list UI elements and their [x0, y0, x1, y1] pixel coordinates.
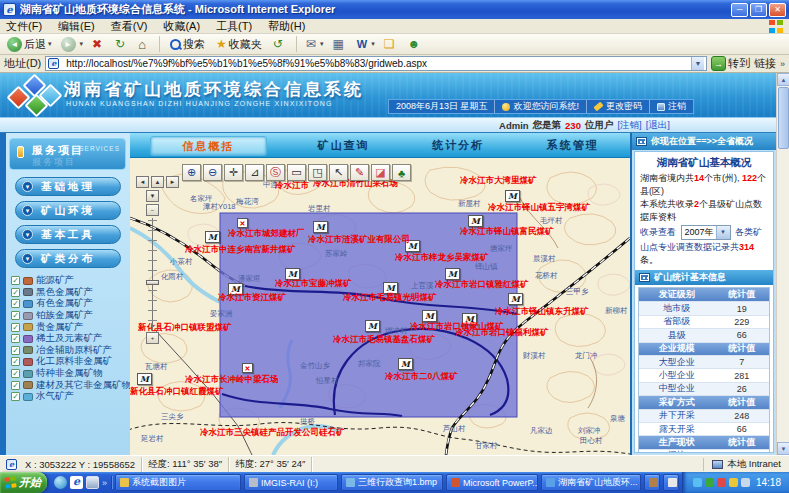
start-button[interactable]: 开始 — [0, 472, 47, 493]
taskbar-task-mini[interactable] — [644, 474, 660, 491]
layer-item[interactable]: ✓ 水气矿产 — [6, 391, 130, 403]
menu-item[interactable]: 查看(V) — [111, 19, 148, 34]
menu-item[interactable]: 帮助(H) — [268, 19, 305, 34]
select-clip-tool[interactable]: ◳ — [308, 164, 327, 181]
task-imgis-drive[interactable]: IMGIS-RAI (I:) — [244, 474, 338, 491]
identify-tool[interactable]: ↖ — [329, 164, 348, 181]
restore-button[interactable]: ❐ — [750, 3, 767, 17]
task-screenshots-folder[interactable]: 系统截图图片 — [115, 474, 241, 491]
scroll-up-icon[interactable]: ▲ — [777, 73, 789, 86]
mine-marker[interactable]: ✕ — [242, 363, 253, 373]
pan-up-button[interactable]: ▲ — [151, 176, 164, 188]
zoom-out-tool[interactable]: ⊖ — [203, 164, 222, 181]
ie-quicklaunch-icon[interactable]: e — [70, 476, 83, 489]
menu-item[interactable]: 文件(F) — [6, 19, 42, 34]
exit-text-link[interactable]: [退出] — [646, 119, 670, 132]
network-tray-icon[interactable] — [693, 478, 702, 487]
layer-checkbox[interactable]: ✓ — [11, 311, 20, 320]
minimize-button[interactable]: ─ — [731, 3, 748, 17]
scrollbar-thumb[interactable] — [778, 87, 789, 149]
logout-link[interactable]: 注销 — [649, 100, 693, 113]
taskbar-task-mini[interactable] — [663, 474, 679, 491]
zoom-minus-button[interactable]: − — [146, 204, 159, 216]
url-input[interactable] — [66, 58, 688, 69]
task-bmp-image[interactable]: 三维行政查询1.bmp — [341, 474, 443, 491]
zoom-in-tool[interactable]: ⊕ — [182, 164, 201, 181]
menu-item[interactable]: 收藏(A) — [163, 19, 200, 34]
layer-checkbox[interactable]: ✓ — [11, 323, 20, 332]
mine-marker[interactable]: M — [365, 320, 380, 332]
toolbar-button[interactable] — [159, 36, 160, 52]
sidebar-btn-mine-environment[interactable]: ▼ 矿山环境 — [15, 201, 121, 220]
update-tray-icon[interactable] — [729, 478, 738, 487]
full-extent-tool[interactable]: Ⓢ — [266, 164, 285, 181]
layer-item[interactable]: ✓ 黑色金属矿产 — [6, 287, 130, 299]
mine-marker[interactable]: M — [137, 373, 152, 385]
links-label[interactable]: 链接 — [754, 56, 776, 71]
layer-item[interactable]: ✓ 建材及其它非金属矿物 — [6, 379, 130, 391]
mail-button[interactable]: ✉ ▾ — [303, 35, 327, 54]
forward-button[interactable]: ► ▾ — [58, 35, 87, 54]
zoom-slider[interactable] — [146, 218, 159, 330]
erase-tool[interactable]: ◪ — [371, 164, 390, 181]
scroll-down-icon[interactable]: ▼ — [777, 442, 789, 455]
measure-tool[interactable]: ⊿ — [245, 164, 264, 181]
layer-item[interactable]: ✓ 冶金辅助原料矿产 — [6, 345, 130, 357]
address-input-box[interactable]: e ▼ — [45, 56, 707, 71]
logout-text-link[interactable]: [注销] — [617, 119, 641, 132]
stop-button[interactable]: ✖ — [89, 35, 109, 54]
menu-item[interactable]: 工具(T) — [216, 19, 252, 34]
document-quicklaunch-icon[interactable] — [86, 476, 99, 489]
refresh-button[interactable]: ↻ — [112, 35, 132, 54]
layer-item[interactable]: ✓ 有色金属矿产 — [6, 298, 130, 310]
address-dropdown-icon[interactable]: ▼ — [691, 57, 704, 70]
sidebar-btn-base-geography[interactable]: ▼ 基础地理 — [15, 177, 121, 196]
edit-word-button[interactable]: W ▾ — [354, 35, 378, 54]
sidebar-btn-mineral-distribution[interactable]: ▼ 矿类分布 — [15, 249, 121, 268]
mine-marker[interactable]: M — [313, 221, 328, 233]
layer-checkbox[interactable]: ✓ — [11, 392, 20, 401]
task-ie-window[interactable]: 湖南省矿山地质环... — [541, 474, 641, 491]
links-chevron-icon[interactable]: » — [780, 59, 785, 69]
layer-item[interactable]: ✓ 稀土及元素矿产 — [6, 333, 130, 345]
favorites-button[interactable]: ★ 收藏夹 — [213, 35, 267, 54]
close-button[interactable]: ✕ — [769, 3, 786, 17]
search-button[interactable]: 搜索 — [166, 35, 210, 54]
menu-item[interactable]: 编辑(E) — [58, 19, 95, 34]
map-canvas[interactable]: MM✕MMMMMMMMMMMMM✕ 冷水江市冷水江市渭竹山采石场冷水江市大湾里煤… — [130, 158, 630, 455]
tab-info-summary[interactable]: 信息概括 — [150, 136, 267, 156]
security-alert-tray-icon[interactable] — [717, 478, 726, 487]
back-button[interactable]: ◄ 后退 ▾ — [4, 35, 55, 54]
layer-checkbox[interactable]: ✓ — [11, 357, 20, 366]
year-select[interactable]: 2007年 — [681, 225, 731, 240]
mine-marker[interactable]: M — [505, 190, 520, 202]
clock[interactable]: 14:18 — [756, 477, 781, 488]
mine-marker[interactable]: ✕ — [237, 218, 248, 228]
history-button[interactable]: ↺ — [270, 35, 290, 54]
mine-marker[interactable]: M — [205, 231, 220, 243]
layer-checkbox[interactable]: ✓ — [11, 299, 20, 308]
show-desktop-icon[interactable] — [54, 476, 67, 489]
tab-system-admin[interactable]: 系统管理 — [516, 133, 631, 157]
folder-button[interactable]: ❏ — [381, 35, 402, 54]
toolbar-button[interactable] — [296, 36, 297, 52]
layer-checkbox[interactable]: ✓ — [11, 288, 20, 297]
pan-down-button[interactable]: ▼ — [146, 190, 159, 202]
shield-tray-icon[interactable] — [705, 478, 714, 487]
volume-tray-icon[interactable] — [741, 478, 750, 487]
pan-left-button[interactable]: ◄ — [136, 176, 149, 188]
task-powerpoint[interactable]: Microsoft PowerP... — [446, 474, 538, 491]
messenger-button[interactable]: ☻ — [404, 35, 427, 54]
window-titlebar[interactable]: e 湖南省矿山地质环境综合信息系统 - Microsoft Internet E… — [0, 0, 789, 19]
tab-mine-query[interactable]: 矿山查询 — [287, 133, 402, 157]
pan-right-button[interactable]: ► — [166, 176, 179, 188]
tab-statistics[interactable]: 统计分析 — [401, 133, 516, 157]
select-rect-tool[interactable]: ▭ — [287, 164, 306, 181]
mine-marker[interactable]: M — [508, 293, 523, 305]
layer-item[interactable]: ✓ 特种非金属矿物 — [6, 368, 130, 380]
home-button[interactable]: ⌂ — [135, 35, 153, 54]
layer-item[interactable]: ✓ 能源矿产 — [6, 275, 130, 287]
draw-tool[interactable]: ✎ — [350, 164, 369, 181]
quicklaunch-chevron-icon[interactable]: » — [102, 478, 107, 488]
layer-item[interactable]: ✓ 贵金属矿产 — [6, 321, 130, 333]
